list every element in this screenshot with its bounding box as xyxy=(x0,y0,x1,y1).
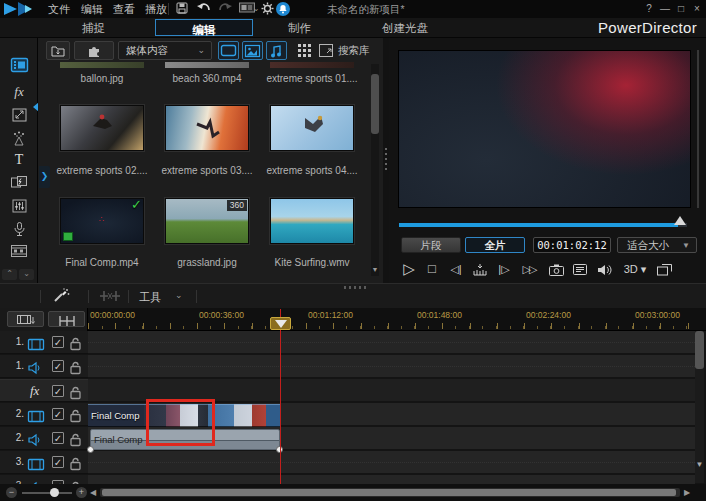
timeline-zoom-slider[interactable] xyxy=(22,492,72,494)
menu-edit[interactable]: 编辑 xyxy=(81,2,103,17)
track-enable-checkbox[interactable]: ✓ xyxy=(52,385,64,397)
track-enable-checkbox[interactable]: ✓ xyxy=(52,432,64,444)
media-thumbnail[interactable] xyxy=(270,62,354,68)
help-button[interactable]: ? xyxy=(642,1,656,16)
media-item-label[interactable]: grassland.jpg xyxy=(155,257,259,268)
preview-timecode[interactable]: 00:01:02:12 xyxy=(533,237,611,253)
tools-menu-caret-icon[interactable]: ⌄ xyxy=(175,290,183,300)
effects-room-icon[interactable]: fx xyxy=(9,84,29,102)
hscroll-thumb[interactable] xyxy=(102,489,676,496)
track-enable-checkbox[interactable]: ✓ xyxy=(52,360,64,372)
tab-produce[interactable]: 制作 xyxy=(288,21,311,36)
track-manager-button[interactable] xyxy=(7,311,44,327)
maximize-button[interactable]: □ xyxy=(674,1,688,16)
rail-scroll-down-button[interactable]: ⌄ xyxy=(19,269,34,280)
track-lane[interactable] xyxy=(88,331,695,354)
zoom-in-button[interactable]: + xyxy=(76,487,87,498)
media-thumbnail[interactable] xyxy=(165,62,249,68)
fast-forward-button[interactable]: ▷▷ xyxy=(519,260,539,278)
library-source-dropdown[interactable]: 媒体内容 ⌄ xyxy=(118,41,212,60)
filter-music-button[interactable] xyxy=(266,41,287,60)
tab-capture[interactable]: 捕捉 xyxy=(82,21,105,36)
track-header[interactable]: 2. ✓ xyxy=(0,403,88,426)
timeline-vscroll-down-icon[interactable]: ▼ xyxy=(694,460,705,469)
track-lock-icon[interactable] xyxy=(70,336,81,354)
preview-quality-icon[interactable] xyxy=(571,260,589,278)
particle-room-icon[interactable] xyxy=(9,131,29,149)
transition-room-icon[interactable] xyxy=(9,176,29,194)
save-icon[interactable] xyxy=(174,2,189,16)
plugins-button[interactable] xyxy=(74,41,114,60)
undo-icon[interactable] xyxy=(196,2,211,16)
tab-edit[interactable]: 编辑 xyxy=(155,19,253,36)
tools-menu-button[interactable]: 工具 xyxy=(139,290,161,305)
minimize-button[interactable]: — xyxy=(658,1,672,16)
clip-handle[interactable] xyxy=(87,446,94,453)
timeline-ruler[interactable]: 00:00:00:00 00:00:36:00 00:01:12:00 00:0… xyxy=(0,308,706,331)
hscroll-right-arrow-icon[interactable]: ▶ xyxy=(684,488,690,497)
close-button[interactable]: × xyxy=(690,1,704,16)
magic-tools-wand-icon[interactable] xyxy=(52,288,70,308)
media-item-label[interactable]: Final Comp.mp4 xyxy=(50,257,154,268)
media-item-label[interactable]: extreme sports 04.... xyxy=(260,165,364,176)
next-frame-button[interactable]: |▷ xyxy=(495,260,513,278)
panel-expand-button[interactable]: ❯ xyxy=(39,166,50,188)
view-grid-button[interactable] xyxy=(294,41,314,60)
media-thumbnail[interactable]: 360 xyxy=(165,198,249,244)
track-lock-icon[interactable] xyxy=(70,385,81,403)
notification-bell-icon[interactable] xyxy=(275,2,290,16)
track-header[interactable]: fx ✓ xyxy=(0,379,88,402)
playhead-line[interactable] xyxy=(280,309,281,486)
track-enable-checkbox[interactable]: ✓ xyxy=(52,408,64,420)
media-item-label[interactable]: extreme sports 01.... xyxy=(260,73,364,84)
precision-zoom-button[interactable] xyxy=(48,311,85,327)
timeline-zoom-handle[interactable] xyxy=(50,488,59,497)
splitter-grip-icon[interactable] xyxy=(344,286,366,289)
menu-view[interactable]: 查看 xyxy=(113,2,135,17)
media-item-label[interactable]: Kite Surfing.wmv xyxy=(260,257,364,268)
track-header[interactable]: 2. ✓ xyxy=(0,427,88,450)
media-thumbnail[interactable] xyxy=(60,105,144,151)
title-room-icon[interactable]: T xyxy=(9,152,29,170)
media-thumbnail[interactable]: ∴ ✓ xyxy=(60,198,144,244)
timeline-vscroll-thumb[interactable] xyxy=(695,331,704,369)
chapter-room-icon[interactable] xyxy=(9,245,29,263)
menu-file[interactable]: 文件 xyxy=(48,2,70,17)
seek-marker-button[interactable] xyxy=(471,260,489,278)
media-item-label[interactable]: extreme sports 03.... xyxy=(155,165,259,176)
search-library-button[interactable]: 搜索库 xyxy=(338,44,370,58)
media-room-icon[interactable] xyxy=(9,58,29,76)
previous-frame-button[interactable]: ◁| xyxy=(447,260,465,278)
import-media-button[interactable] xyxy=(46,41,70,60)
redo-icon[interactable] xyxy=(217,2,232,16)
stop-button[interactable]: □ xyxy=(425,260,439,278)
resize-thumbnails-button[interactable] xyxy=(316,41,336,60)
playhead-marker[interactable] xyxy=(270,317,291,330)
zoom-fit-dropdown[interactable]: 适合大小 ▼ xyxy=(617,237,697,253)
track-enable-checkbox[interactable]: ✓ xyxy=(52,336,64,348)
track-enable-checkbox[interactable]: ✓ xyxy=(52,456,64,468)
volume-speaker-icon[interactable] xyxy=(595,260,615,278)
preview-video[interactable] xyxy=(398,50,691,208)
rail-scroll-up-button[interactable]: ⌃ xyxy=(2,269,17,280)
voiceover-mic-icon[interactable] xyxy=(9,222,29,240)
track-header[interactable]: 1. ✓ xyxy=(0,331,88,354)
track-lock-icon[interactable] xyxy=(70,456,81,474)
timeline-horizontal-scrollbar[interactable] xyxy=(100,488,680,497)
track-lane[interactable] xyxy=(88,451,695,474)
track-lane[interactable] xyxy=(88,355,695,378)
tab-create-disc[interactable]: 创建光盘 xyxy=(382,21,428,36)
track-lock-icon[interactable] xyxy=(70,432,81,450)
hscroll-left-arrow-icon[interactable]: ◀ xyxy=(90,488,96,497)
library-scrollbar-thumb[interactable] xyxy=(371,74,379,134)
media-item-label[interactable]: beach 360.mp4 xyxy=(155,73,259,84)
filter-photo-button[interactable] xyxy=(242,41,263,60)
snapshot-camera-icon[interactable] xyxy=(547,260,565,278)
filter-video-button[interactable] xyxy=(218,41,239,60)
play-button[interactable]: ▷ xyxy=(401,260,417,278)
clip-mode-button[interactable]: 片段 xyxy=(401,237,461,253)
3d-mode-button[interactable]: 3D ▾ xyxy=(621,260,649,278)
seek-handle[interactable] xyxy=(674,216,686,225)
movie-mode-button[interactable]: 全片 xyxy=(465,237,525,253)
aspect-ratio-caret-icon[interactable]: ⌄ xyxy=(252,2,260,16)
